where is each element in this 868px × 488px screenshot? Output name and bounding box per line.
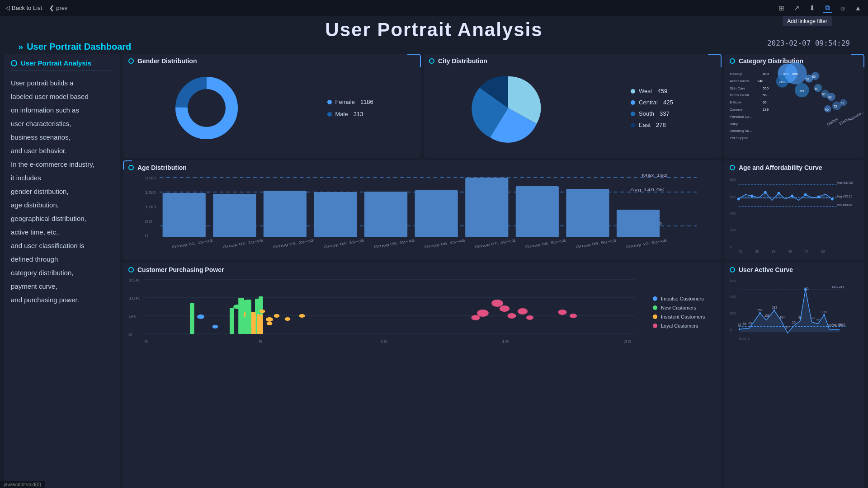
subtitle-text: User Portrait Dashboard xyxy=(27,42,131,52)
svg-rect-50 xyxy=(230,308,234,334)
chevron-up-icon[interactable]: ▲ xyxy=(854,4,863,13)
svg-text:Avg 495.10: Avg 495.10 xyxy=(837,195,853,198)
svg-text:Accessories: Accessories xyxy=(730,79,749,83)
svg-point-142 xyxy=(804,193,807,196)
back-to-list-label: Back to List xyxy=(12,5,42,11)
svg-text:10: 10 xyxy=(380,339,387,344)
svg-text:Group 06: 43~48: Group 06: 43~48 xyxy=(424,239,466,249)
svg-rect-30 xyxy=(566,189,609,237)
gender-legend: Female 1186 Male 313 xyxy=(327,99,373,117)
back-to-list-button[interactable]: ◁ Back to List xyxy=(5,5,42,11)
city-title-icon xyxy=(429,58,434,64)
south-dot xyxy=(631,112,635,116)
svg-text:600: 600 xyxy=(730,195,736,199)
svg-text:Group 02: 23~28: Group 02: 23~28 xyxy=(222,239,264,249)
svg-text:22: 22 xyxy=(739,249,743,253)
legend-female: Female 1186 xyxy=(327,99,373,105)
active-curve-svg: 600 400 200 0 Max 411 Avg 79.36 66 59 63… xyxy=(730,276,859,344)
svg-text:Max 192: Max 192 xyxy=(642,173,668,178)
city-chart-title: City Distribution xyxy=(429,57,716,65)
linkage-tooltip: Add linkage filter xyxy=(783,16,832,26)
svg-text:Skin Care: Skin Care xyxy=(730,86,745,90)
age-chart-title: Age Distribution xyxy=(128,164,716,171)
svg-text:60: 60 xyxy=(763,100,767,104)
svg-point-69 xyxy=(500,305,509,312)
svg-point-175 xyxy=(823,314,825,316)
svg-rect-22 xyxy=(364,192,407,237)
svg-text:77: 77 xyxy=(816,319,820,322)
svg-text:Group 10: 63~68: Group 10: 63~68 xyxy=(625,239,667,249)
svg-rect-24 xyxy=(415,190,458,237)
age-title-text: Age Distribution xyxy=(137,164,187,171)
loyal-legend: Loyal Customers xyxy=(653,323,712,328)
svg-text:100: 100 xyxy=(145,205,156,209)
corner-accent-age xyxy=(123,160,132,169)
svg-text:10K: 10K xyxy=(128,296,140,300)
filter-icon[interactable]: ⧉ xyxy=(823,4,832,13)
svg-text:Cleaning Su...: Cleaning Su... xyxy=(730,129,752,133)
svg-text:Group 08: 53~58: Group 08: 53~58 xyxy=(524,239,566,249)
svg-text:Clothes: Clothes xyxy=(826,117,839,127)
svg-text:189: 189 xyxy=(798,89,804,93)
svg-point-47 xyxy=(197,314,204,319)
top-nav: ◁ Back to List ❮ prev ⊞ ↗ ⬇ ⧉ ⧈ ▲ Add li… xyxy=(0,0,868,16)
svg-text:Baby: Baby xyxy=(730,122,738,126)
svg-text:200: 200 xyxy=(730,311,736,315)
svg-text:200: 200 xyxy=(730,228,736,232)
svg-rect-28 xyxy=(516,186,559,237)
svg-rect-64 xyxy=(238,298,244,334)
svg-point-48 xyxy=(212,325,218,328)
svg-text:189: 189 xyxy=(763,108,769,112)
main-body: User Portrait Analysis User portrait bui… xyxy=(0,52,868,488)
svg-text:59: 59 xyxy=(743,322,747,325)
svg-text:219: 219 xyxy=(821,310,827,314)
city-chart-box: City Distribution xyxy=(424,54,722,158)
affordability-svg: 800 600 400 200 0 Max 637.92 Avg 495.10 … xyxy=(730,174,859,255)
male-value: 313 xyxy=(354,111,363,117)
svg-text:Camera: Camera xyxy=(730,108,743,112)
svg-point-71 xyxy=(477,310,489,317)
copy-icon[interactable]: ⧈ xyxy=(838,4,847,13)
svg-rect-20 xyxy=(314,192,357,237)
center-panel: Gender Distribution xyxy=(123,54,722,488)
svg-text:555: 555 xyxy=(763,86,769,90)
svg-text:Max 411: Max 411 xyxy=(832,286,844,289)
svg-text:Group 05: 38~43: Group 05: 38~43 xyxy=(373,239,415,249)
svg-point-70 xyxy=(526,315,533,320)
svg-point-138 xyxy=(750,195,753,197)
svg-text:60: 60 xyxy=(825,108,829,111)
svg-rect-14 xyxy=(163,193,206,237)
download-icon[interactable]: ⬇ xyxy=(807,4,816,13)
svg-text:2020-2: 2020-2 xyxy=(739,337,750,341)
svg-text:248: 248 xyxy=(757,79,764,83)
svg-text:Group 01: 18~23: Group 01: 18~23 xyxy=(171,239,213,249)
svg-rect-16 xyxy=(213,194,256,237)
svg-text:555: 555 xyxy=(792,72,798,76)
svg-text:5K: 5K xyxy=(128,314,137,319)
svg-text:9: 9 xyxy=(786,326,788,329)
new-legend: New Customers xyxy=(653,305,712,310)
corner-accent-gender xyxy=(407,54,421,67)
category-chart-box: Category Distribution Makeup Accessories… xyxy=(724,54,864,158)
purchasing-chart-box: Customer Purchasing Power 15K 10K 5K 0 0 xyxy=(123,263,722,488)
share-icon[interactable]: ↗ xyxy=(792,4,801,13)
svg-point-68 xyxy=(518,308,528,314)
prev-button[interactable]: ❮ prev xyxy=(49,5,67,11)
category-title-icon xyxy=(730,58,735,64)
svg-text:63: 63 xyxy=(748,322,752,325)
open-icon[interactable]: ⊞ xyxy=(777,4,786,13)
svg-text:250: 250 xyxy=(757,309,763,312)
svg-text:400: 400 xyxy=(730,211,736,216)
central-dot xyxy=(631,100,635,105)
insistent-dot xyxy=(653,314,657,319)
svg-rect-49 xyxy=(190,303,194,334)
svg-point-74 xyxy=(570,314,577,318)
active-curve-title-text: User Active Curve xyxy=(739,266,793,273)
active-curve-title-icon xyxy=(730,267,735,272)
impulse-label: Impulse Customers xyxy=(661,296,704,301)
svg-point-144 xyxy=(831,198,834,201)
svg-point-60 xyxy=(274,314,280,318)
svg-text:29: 29 xyxy=(839,323,842,326)
loyal-dot xyxy=(653,324,657,328)
svg-text:Max 637.92: Max 637.92 xyxy=(837,181,853,184)
